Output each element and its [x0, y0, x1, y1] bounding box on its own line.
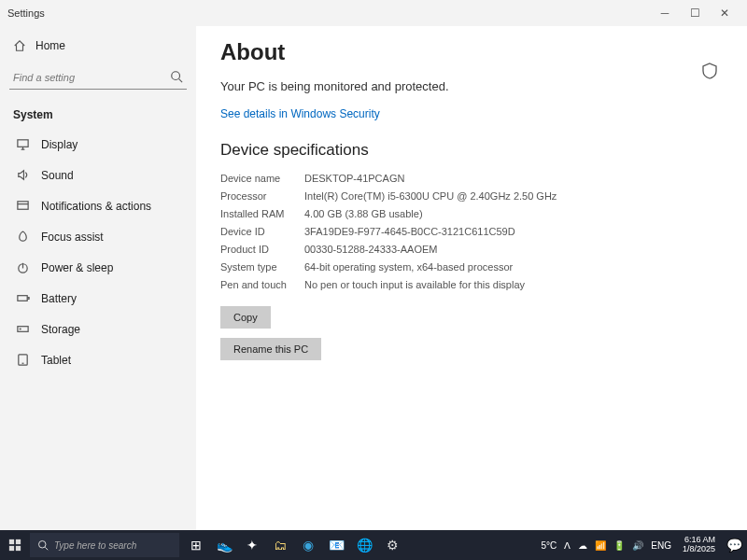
- taskbar-search[interactable]: Type here to search: [30, 533, 179, 557]
- spec-label: Device name: [220, 173, 304, 184]
- power-icon: [16, 260, 30, 274]
- file-explorer-icon[interactable]: 🗂: [267, 532, 293, 558]
- tablet-icon: [16, 353, 30, 367]
- protection-status: Your PC is being monitored and protected…: [220, 78, 463, 95]
- sound-icon: [16, 168, 30, 182]
- nav-power-sleep[interactable]: Power & sleep: [0, 252, 196, 283]
- spec-value: 64-bit operating system, x64-based proce…: [304, 261, 603, 273]
- home-nav[interactable]: Home: [0, 32, 196, 60]
- svg-rect-2: [18, 202, 28, 209]
- taskbar: Type here to search ⊞ 👟 ✦ 🗂 ◉ 📧 🌐 ⚙ 5°C …: [0, 530, 747, 560]
- spec-value: DESKTOP-41PCAGN: [304, 173, 603, 184]
- device-specs-heading: Device specifications: [220, 141, 723, 160]
- nav-label: Power & sleep: [41, 261, 113, 274]
- taskbar-search-placeholder: Type here to search: [54, 540, 136, 551]
- spec-value: Intel(R) Core(TM) i5-6300U CPU @ 2.40GHz…: [304, 190, 603, 202]
- nav-label: Storage: [41, 323, 80, 336]
- taskbar-pinned: ⊞ 👟 ✦ 🗂 ◉ 📧 🌐 ⚙: [183, 532, 405, 558]
- nav-sound[interactable]: Sound: [0, 160, 196, 190]
- battery-icon: [16, 291, 30, 305]
- spec-label: Pen and touch: [220, 279, 304, 290]
- spec-value: 00330-51288-24333-AAOEM: [304, 244, 603, 255]
- svg-rect-10: [9, 546, 14, 551]
- nav-notifications[interactable]: Notifications & actions: [0, 190, 196, 221]
- home-icon: [13, 39, 26, 52]
- window-titlebar: Settings ─ ☐ ✕: [0, 0, 747, 26]
- rename-pc-button[interactable]: Rename this PC: [220, 338, 321, 360]
- copy-button[interactable]: Copy: [220, 306, 271, 329]
- settings-icon[interactable]: ⚙: [379, 532, 405, 558]
- nav-list: Display Sound Notifications & actions Fo…: [0, 129, 196, 530]
- spec-value: No pen or touch input is available for t…: [304, 279, 603, 290]
- main-content: About Your PC is being monitored and pro…: [196, 26, 747, 530]
- nav-label: Sound: [41, 169, 74, 182]
- mail-icon[interactable]: 📧: [323, 532, 349, 558]
- home-label: Home: [35, 39, 65, 52]
- window-title: Settings: [7, 7, 650, 19]
- tray-overflow-icon[interactable]: ᐱ: [564, 540, 571, 551]
- svg-point-6: [20, 329, 21, 329]
- svg-rect-1: [18, 140, 28, 147]
- minimize-button[interactable]: ─: [650, 7, 680, 20]
- nav-label: Notifications & actions: [41, 200, 151, 213]
- nav-storage[interactable]: Storage: [0, 314, 196, 344]
- weather-widget[interactable]: 5°C: [541, 540, 557, 551]
- windows-security-link[interactable]: See details in Windows Security: [220, 107, 380, 120]
- copilot-icon[interactable]: ✦: [239, 532, 265, 558]
- spec-label: Installed RAM: [220, 208, 304, 219]
- spec-row: System type64-bit operating system, x64-…: [220, 261, 723, 273]
- display-icon: [16, 137, 30, 151]
- nav-focus-assist[interactable]: Focus assist: [0, 221, 196, 252]
- chrome-icon[interactable]: 🌐: [351, 532, 377, 558]
- system-tray: 5°C ᐱ ☁ 📶 🔋 🔊 ENG: [535, 540, 676, 551]
- spec-value: 4.00 GB (3.88 GB usable): [304, 208, 603, 219]
- spec-row: Pen and touchNo pen or touch input is av…: [220, 279, 723, 290]
- spec-row: Device ID3FA19DE9-F977-4645-B0CC-3121C61…: [220, 226, 723, 237]
- wifi-icon[interactable]: 📶: [595, 540, 606, 551]
- svg-rect-11: [16, 546, 21, 551]
- svg-rect-5: [18, 327, 28, 332]
- app-icon[interactable]: 👟: [211, 532, 237, 558]
- spec-row: Device nameDESKTOP-41PCAGN: [220, 173, 723, 184]
- svg-rect-9: [16, 539, 21, 544]
- clock-date: 1/8/2025: [683, 545, 715, 554]
- notifications-icon: [16, 199, 30, 213]
- page-title: About: [220, 39, 723, 65]
- svg-point-12: [39, 541, 47, 549]
- taskbar-clock[interactable]: 6:16 AM 1/8/2025: [677, 536, 721, 554]
- search-icon: [37, 539, 49, 551]
- svg-rect-4: [18, 296, 27, 301]
- spec-row: ProcessorIntel(R) Core(TM) i5-6300U CPU …: [220, 190, 723, 202]
- nav-label: Tablet: [41, 354, 71, 367]
- search-settings-input[interactable]: [9, 65, 187, 90]
- nav-tablet[interactable]: Tablet: [0, 344, 196, 375]
- task-view-icon[interactable]: ⊞: [183, 532, 209, 558]
- edge-icon[interactable]: ◉: [295, 532, 321, 558]
- spec-value: 3FA19DE9-F977-4645-B0CC-3121C611C59D: [304, 226, 603, 237]
- nav-battery[interactable]: Battery: [0, 283, 196, 314]
- nav-label: Display: [41, 138, 78, 151]
- battery-tray-icon[interactable]: 🔋: [613, 540, 625, 551]
- action-center-icon[interactable]: 💬: [721, 532, 747, 558]
- spec-row: Product ID00330-51288-24333-AAOEM: [220, 244, 723, 255]
- onedrive-icon[interactable]: ☁: [578, 540, 587, 551]
- spec-label: System type: [220, 261, 304, 273]
- nav-display[interactable]: Display: [0, 129, 196, 160]
- nav-label: Focus assist: [41, 231, 104, 244]
- start-button[interactable]: [0, 539, 30, 552]
- close-button[interactable]: ✕: [710, 7, 740, 20]
- maximize-button[interactable]: ☐: [680, 7, 710, 20]
- storage-icon: [16, 322, 30, 336]
- volume-tray-icon[interactable]: 🔊: [632, 540, 643, 551]
- spec-label: Product ID: [220, 244, 304, 255]
- search-icon: [170, 70, 183, 83]
- nav-label: Battery: [41, 292, 77, 305]
- category-heading: System: [0, 99, 196, 129]
- security-shield-icon[interactable]: [700, 62, 719, 80]
- spec-label: Processor: [220, 190, 304, 202]
- language-indicator[interactable]: ENG: [651, 540, 671, 551]
- settings-sidebar: Home System Display Sound Notifications …: [0, 26, 196, 530]
- device-specs-table: Device nameDESKTOP-41PCAGN ProcessorInte…: [220, 173, 723, 290]
- spec-row: Installed RAM4.00 GB (3.88 GB usable): [220, 208, 723, 219]
- svg-rect-8: [9, 539, 14, 544]
